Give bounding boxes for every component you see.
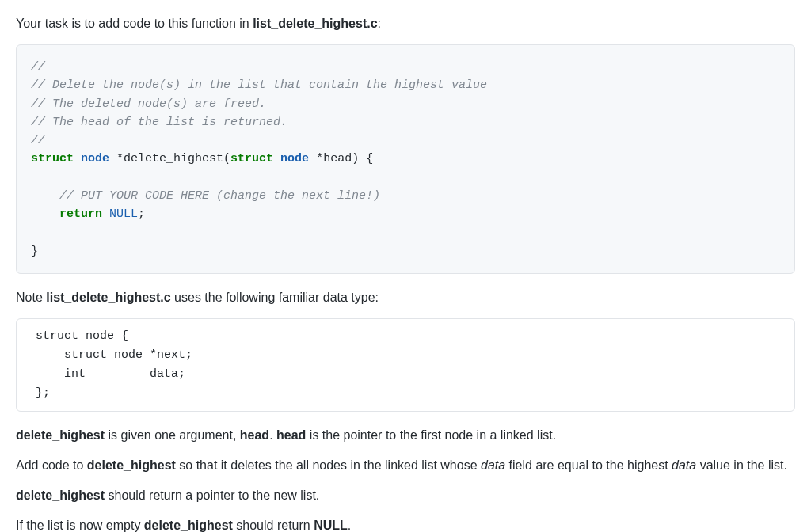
intro-filename: list_delete_highest.c [253,17,377,30]
code-comment: // [31,134,45,147]
text: Add code to [16,458,87,472]
note-paragraph: Note list_delete_highest.c uses the foll… [16,288,795,307]
func-name: delete_highest [144,519,233,532]
text: field are equal to the highest [505,458,672,472]
code-text: *head) { [309,152,373,165]
literal-null: NULL [109,207,138,221]
text: is given one argument, [105,428,240,442]
struct-code-block: struct node { struct node *next; int dat… [16,318,795,412]
intro-paragraph: Your task is to add code to this functio… [16,14,795,33]
note-prefix: Note [16,291,46,304]
keyword-struct: struct [31,152,74,165]
code-line: int data; [36,367,185,381]
code-comment: // The head of the list is returned. [31,116,287,129]
space [102,207,109,221]
text: If the list is now empty [16,519,144,532]
intro-suffix: : [378,17,381,30]
text: should return a pointer to the new list. [105,488,319,502]
semicolon: ; [138,207,145,221]
code-text: *delete_highest( [109,152,230,165]
type-node: node [81,152,109,165]
closing-brace: } [31,245,38,258]
arg-head: head [240,428,269,442]
desc-paragraph-1: delete_highest is given one argument, he… [16,426,795,445]
code-line: struct node { [36,329,128,343]
function-code-block: // // Delete the node(s) in the list tha… [16,44,795,274]
keyword-struct: struct [230,152,273,165]
code-line: struct node *next; [36,348,192,362]
code-comment: // The deleted node(s) are freed. [31,97,266,111]
text: is the pointer to the first node in a li… [306,428,556,442]
desc-paragraph-3: delete_highest should return a pointer t… [16,486,795,505]
text: . [348,519,351,532]
text: value in the list. [696,458,787,472]
desc-paragraph-4: If the list is now empty delete_highest … [16,516,795,532]
text: should return [233,519,314,532]
code-comment: // [31,60,45,74]
note-filename: list_delete_highest.c [46,291,170,304]
intro-prefix: Your task is to add code to this functio… [16,17,253,30]
type-node: node [280,152,309,165]
field-data: data [672,458,696,472]
literal-null: NULL [314,519,348,532]
code-line: }; [36,386,50,400]
func-name: delete_highest [16,428,105,442]
code-comment: // Delete the node(s) in the list that c… [31,78,487,92]
indent [31,207,59,221]
text: so that it deletes the all nodes in the … [176,458,481,472]
desc-paragraph-2: Add code to delete_highest so that it de… [16,456,795,475]
arg-head: head [276,428,306,442]
func-name: delete_highest [87,458,176,472]
func-name: delete_highest [16,488,105,502]
note-suffix: uses the following familiar data type: [171,291,379,304]
text: . [269,428,276,442]
code-comment: // PUT YOUR CODE HERE (change the next l… [31,189,380,203]
field-data: data [481,458,505,472]
keyword-return: return [59,207,102,221]
